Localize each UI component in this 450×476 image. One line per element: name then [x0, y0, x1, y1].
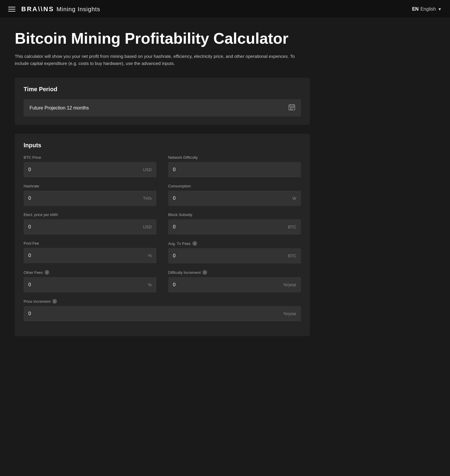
- inputs-section-title: Inputs: [24, 142, 301, 149]
- input-group-elect-price: Elect. price per kWhUSD: [24, 212, 156, 235]
- unit-consumption: W: [292, 196, 296, 201]
- input-consumption[interactable]: [173, 196, 290, 201]
- input-group-difficulty-increment: Difficulty Incrementi%/year: [168, 270, 301, 292]
- navbar: BRA\\NSMining Insights EN English ▼: [0, 0, 450, 18]
- unit-block-subsidy: BTC: [288, 225, 296, 229]
- time-period-card: Time Period Future Projection 12 months: [15, 78, 310, 125]
- input-wrapper-elect-price: USD: [24, 219, 156, 235]
- input-group-network-difficulty: Network Difficulty: [168, 155, 301, 177]
- svg-rect-7: [290, 109, 291, 109]
- input-difficulty-increment[interactable]: [173, 282, 281, 287]
- unit-difficulty-increment: %/year: [283, 282, 296, 287]
- input-elect-price[interactable]: [28, 224, 140, 230]
- unit-price-increment: %/year: [283, 311, 296, 316]
- unit-avg-tx-fees: BTC: [288, 253, 296, 258]
- svg-rect-8: [292, 109, 292, 109]
- input-wrapper-block-subsidy: BTC: [168, 219, 301, 235]
- time-period-selector[interactable]: Future Projection 12 months: [24, 99, 301, 117]
- input-wrapper-other-fees: %: [24, 277, 156, 292]
- input-wrapper-avg-tx-fees: BTC: [168, 248, 301, 264]
- time-period-value: Future Projection 12 months: [30, 105, 89, 111]
- svg-rect-4: [290, 107, 291, 108]
- input-btc-price[interactable]: [28, 167, 140, 172]
- label-hashrate: Hashrate: [24, 184, 156, 188]
- input-wrapper-difficulty-increment: %/year: [168, 277, 301, 292]
- input-group-btc-price: BTC PriceUSD: [24, 155, 156, 177]
- hamburger-menu[interactable]: [8, 7, 15, 12]
- unit-elect-price: USD: [143, 225, 152, 229]
- page-description: This calculator will show you your net p…: [15, 53, 295, 67]
- logo-subtitle: Mining Insights: [56, 6, 100, 12]
- info-icon-difficulty-increment[interactable]: i: [202, 270, 207, 275]
- info-icon-other-fees[interactable]: i: [45, 270, 49, 275]
- unit-pool-fee: %: [148, 253, 152, 258]
- input-wrapper-btc-price: USD: [24, 162, 156, 177]
- label-network-difficulty: Network Difficulty: [168, 155, 301, 160]
- input-wrapper-pool-fee: %: [24, 248, 156, 263]
- inputs-card: Inputs BTC PriceUSDNetwork DifficultyHas…: [15, 134, 310, 336]
- input-group-block-subsidy: Block SubsidyBTC: [168, 212, 301, 235]
- label-btc-price: BTC Price: [24, 155, 156, 160]
- input-group-price-increment: Price Incrementi%/year: [24, 299, 301, 321]
- label-consumption: Consumption: [168, 184, 301, 188]
- label-price-increment: Price Incrementi: [24, 299, 301, 304]
- input-wrapper-hashrate: TH/s: [24, 191, 156, 206]
- input-wrapper-consumption: W: [168, 191, 301, 206]
- label-difficulty-increment: Difficulty Incrementi: [168, 270, 301, 275]
- chevron-down-icon: ▼: [438, 7, 442, 12]
- input-price-increment[interactable]: [28, 311, 281, 316]
- label-block-subsidy: Block Subsidy: [168, 212, 301, 217]
- calendar-icon: [289, 104, 295, 112]
- input-wrapper-network-difficulty: [168, 162, 301, 177]
- time-period-section-title: Time Period: [24, 86, 301, 93]
- main-content: Bitcoin Mining Profitability Calculator …: [0, 18, 325, 357]
- svg-rect-5: [292, 107, 292, 108]
- label-pool-fee: Pool Fee: [24, 241, 156, 246]
- unit-other-fees: %: [148, 282, 152, 287]
- navbar-left: BRA\\NSMining Insights: [8, 5, 100, 13]
- label-elect-price: Elect. price per kWh: [24, 212, 156, 217]
- input-group-consumption: ConsumptionW: [168, 184, 301, 206]
- input-wrapper-price-increment: %/year: [24, 306, 301, 321]
- input-hashrate[interactable]: [28, 196, 140, 201]
- input-network-difficulty[interactable]: [173, 167, 296, 172]
- info-icon-avg-tx-fees[interactable]: i: [192, 241, 197, 246]
- language-code: EN: [412, 6, 418, 12]
- input-group-hashrate: HashrateTH/s: [24, 184, 156, 206]
- logo: BRA\\NSMining Insights: [21, 5, 100, 13]
- input-other-fees[interactable]: [28, 282, 146, 287]
- label-other-fees: Other Feesi: [24, 270, 156, 275]
- input-block-subsidy[interactable]: [173, 224, 286, 230]
- svg-rect-6: [293, 107, 294, 108]
- language-label: English: [420, 6, 436, 12]
- input-pool-fee[interactable]: [28, 253, 146, 258]
- input-group-pool-fee: Pool Fee%: [24, 241, 156, 264]
- language-selector[interactable]: EN English ▼: [412, 6, 442, 12]
- input-group-other-fees: Other Feesi%: [24, 270, 156, 292]
- label-avg-tx-fees: Avg. Tx Feesi: [168, 241, 301, 246]
- logo-brand: BRA\\NS: [21, 5, 54, 13]
- input-group-avg-tx-fees: Avg. Tx FeesiBTC: [168, 241, 301, 264]
- inputs-grid: BTC PriceUSDNetwork DifficultyHashrateTH…: [24, 155, 301, 328]
- unit-btc-price: USD: [143, 167, 152, 172]
- unit-hashrate: TH/s: [143, 196, 152, 201]
- page-title: Bitcoin Mining Profitability Calculator: [15, 30, 310, 47]
- info-icon-price-increment[interactable]: i: [52, 299, 57, 304]
- input-avg-tx-fees[interactable]: [173, 253, 286, 259]
